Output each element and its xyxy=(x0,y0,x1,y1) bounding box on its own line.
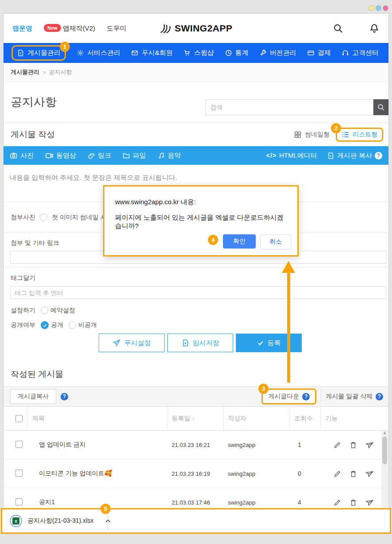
send-push-icon[interactable] xyxy=(364,439,374,450)
search-button[interactable] xyxy=(373,99,388,115)
nav-item-payment[interactable]: 결제 xyxy=(307,49,331,57)
dialog-message: 페이지에 노출되어 있는 게시글을 엑셀로 다운로드하시겠습니까? xyxy=(104,206,297,230)
toolbar-video-button[interactable]: 동영상 xyxy=(45,152,76,160)
private-label: 비공개 xyxy=(78,321,97,329)
send-push-icon[interactable] xyxy=(364,468,374,478)
table-scrollbar[interactable]: ▲ xyxy=(381,431,388,513)
menu-helper[interactable]: 도우미 xyxy=(107,24,127,33)
row-checkbox[interactable] xyxy=(15,470,23,477)
nav-item-board-management[interactable]: 1 게시물관리 xyxy=(12,45,66,61)
confirm-button[interactable]: 확인 xyxy=(223,234,256,249)
breadcrumb-parent[interactable]: 게시물관리 xyxy=(11,68,39,76)
bulk-delete-button[interactable]: 게시물 일괄 삭제 ? xyxy=(326,392,385,400)
public-radio-option[interactable]: 공개 xyxy=(41,321,63,329)
board-copy-button[interactable]: 게시판 복사 ? xyxy=(327,152,382,160)
board-search xyxy=(205,99,388,115)
help-icon[interactable]: ? xyxy=(302,393,310,400)
thumbnail-radio[interactable] xyxy=(40,214,47,221)
menu-app-operation[interactable]: 앱운영 xyxy=(12,24,32,33)
schedule-radio[interactable] xyxy=(41,307,48,314)
cancel-button[interactable]: 취소 xyxy=(260,234,291,249)
view-thumbnail-button[interactable]: 썸네일형 xyxy=(294,131,330,139)
help-icon[interactable]: ? xyxy=(61,393,68,400)
post-download-button[interactable]: 3 게시글다운 ? xyxy=(261,389,316,404)
search-input[interactable] xyxy=(205,99,373,115)
swing2app-logo[interactable]: SWING2APP xyxy=(160,23,233,34)
submit-button[interactable]: 등록 xyxy=(236,334,302,352)
download-bar-divider xyxy=(108,513,108,530)
column-author[interactable]: 작성자 xyxy=(223,407,290,430)
step-badge-5: 5 xyxy=(100,504,111,514)
post-title[interactable]: 이모티콘 기능 업데이트🥰 xyxy=(28,470,167,478)
post-copy-button[interactable]: 게시글복사 xyxy=(10,389,56,404)
post-title[interactable]: 앱 업데이트 금지 xyxy=(28,441,167,449)
edit-icon[interactable] xyxy=(333,441,342,449)
nav-item-version-management[interactable]: 버전관리 xyxy=(259,49,296,57)
save-draft-button[interactable]: 임시저장 xyxy=(167,334,233,352)
toolbar-link-button[interactable]: 링크 xyxy=(88,152,111,160)
toolbar-file-button[interactable]: 파일 xyxy=(123,152,146,160)
scrollbar-thumb[interactable] xyxy=(382,437,387,464)
search-icon[interactable] xyxy=(333,23,343,34)
post-title[interactable]: 공지1 xyxy=(28,498,167,506)
tag-input[interactable] xyxy=(10,286,386,299)
bell-icon[interactable] xyxy=(369,23,380,34)
nav-item-swing-shop[interactable]: 스윙샵 xyxy=(183,49,214,57)
breadcrumb-current: 공지사항 xyxy=(49,68,72,76)
save-draft-label: 임시저장 xyxy=(193,339,219,347)
menu-app-create-label[interactable]: 앱제작(V2) xyxy=(63,24,95,32)
step-badge-1: 1 xyxy=(60,42,70,52)
send-push-icon[interactable] xyxy=(364,497,374,507)
help-icon[interactable]: ? xyxy=(375,152,382,159)
post-views: 1 xyxy=(290,441,321,448)
column-actions[interactable]: 기능 xyxy=(321,407,388,430)
document-icon xyxy=(327,152,334,159)
toolbar-photo-button[interactable]: 사진 xyxy=(10,152,34,160)
column-views[interactable]: 조회수 xyxy=(290,407,321,430)
window-dot-pink[interactable] xyxy=(383,5,388,11)
screenshot-root: 앱운영 New앱제작(V2) 도우미 SWING2APP 1 게시물관리 xyxy=(0,0,392,544)
toolbar-music-button[interactable]: 음악 xyxy=(158,152,181,160)
compose-header: 게시물 작성 썸네일형 2 리스트형 xyxy=(4,123,388,146)
help-icon[interactable]: ? xyxy=(376,393,383,400)
private-radio[interactable] xyxy=(69,322,76,329)
select-all-checkbox[interactable] xyxy=(15,415,23,422)
nav-item-customer-center[interactable]: 고객센터 xyxy=(342,49,379,57)
scroll-up-arrow[interactable]: ▲ xyxy=(383,431,387,435)
html-editor-button[interactable]: </> HTML에디터 xyxy=(266,152,317,160)
delete-icon[interactable] xyxy=(349,470,357,478)
delete-icon[interactable] xyxy=(349,498,357,507)
push-setting-button[interactable]: 푸시설정 xyxy=(99,334,165,352)
downloaded-filename[interactable]: 공지사항(21-03-31).xlsx xyxy=(27,517,93,525)
edit-icon[interactable] xyxy=(333,470,342,478)
table-row[interactable]: 앱 업데이트 금지 21.03.23 16:21 swing2app 1 xyxy=(4,431,388,459)
view-list-button[interactable]: 2 리스트형 xyxy=(336,128,383,142)
toolbar-label: 파일 xyxy=(133,152,146,160)
delete-icon[interactable] xyxy=(349,441,357,449)
column-date[interactable]: 등록일↓ xyxy=(167,407,223,430)
menu-app-create[interactable]: New앱제작(V2) xyxy=(44,24,95,33)
wrench-icon xyxy=(259,49,267,57)
chevron-up-icon[interactable] xyxy=(104,517,112,525)
nav-item-service-management[interactable]: 서비스관리 xyxy=(77,49,120,57)
row-checkbox[interactable] xyxy=(15,498,23,505)
page-title-row: 공지사항 xyxy=(4,82,388,123)
row-checkbox[interactable] xyxy=(15,441,23,448)
public-radio-checked[interactable] xyxy=(41,321,49,329)
visibility-row: 공개여부 공개 비공개 xyxy=(4,319,388,331)
window-dot-blue[interactable] xyxy=(376,5,381,11)
table-row[interactable]: 이모티콘 기능 업데이트🥰 21.03.23 16:19 swing2app 0 xyxy=(4,459,388,488)
row-actions xyxy=(321,441,388,449)
column-title[interactable]: 제목 xyxy=(28,407,167,430)
schedule-radio-option[interactable]: 예약설정 xyxy=(41,307,75,315)
video-icon xyxy=(45,152,54,160)
setting-row: 설정하기 예약설정 xyxy=(4,302,388,319)
nav-label: 통계 xyxy=(235,49,249,57)
edit-icon[interactable] xyxy=(333,498,342,507)
window-dot-yellow[interactable] xyxy=(369,5,374,11)
private-radio-option[interactable]: 비공개 xyxy=(69,321,97,329)
nav-item-push-members[interactable]: 푸시&회원 xyxy=(131,49,173,57)
excel-glyph: x xyxy=(12,517,19,525)
nav-item-statistics[interactable]: 통계 xyxy=(225,49,249,57)
view-list-label: 리스트형 xyxy=(353,131,377,139)
